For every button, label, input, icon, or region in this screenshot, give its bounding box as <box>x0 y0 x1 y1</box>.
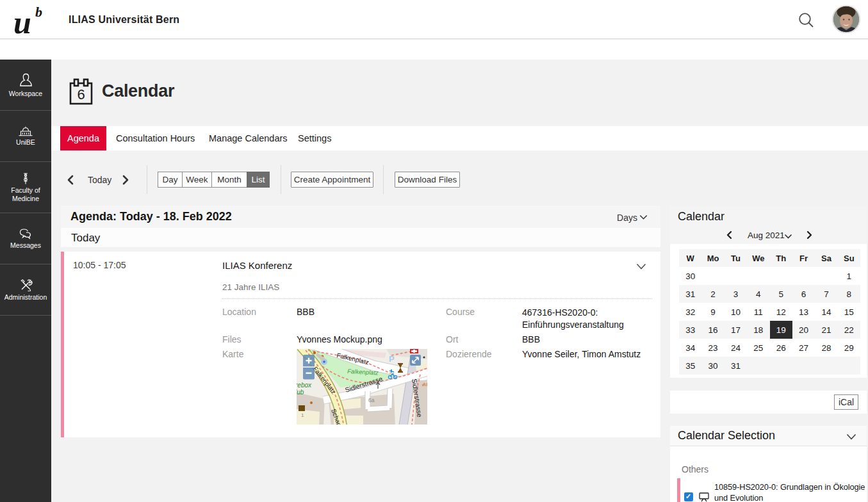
svg-text:6: 6 <box>77 86 85 102</box>
svg-text:lub: lub <box>297 389 304 396</box>
svg-text:Ju: Ju <box>422 382 427 387</box>
svg-text:6a: 6a <box>368 397 375 403</box>
svg-text:rebox: rebox <box>297 382 312 389</box>
svg-text:1: 1 <box>301 412 304 418</box>
svg-text:P: P <box>389 354 395 364</box>
